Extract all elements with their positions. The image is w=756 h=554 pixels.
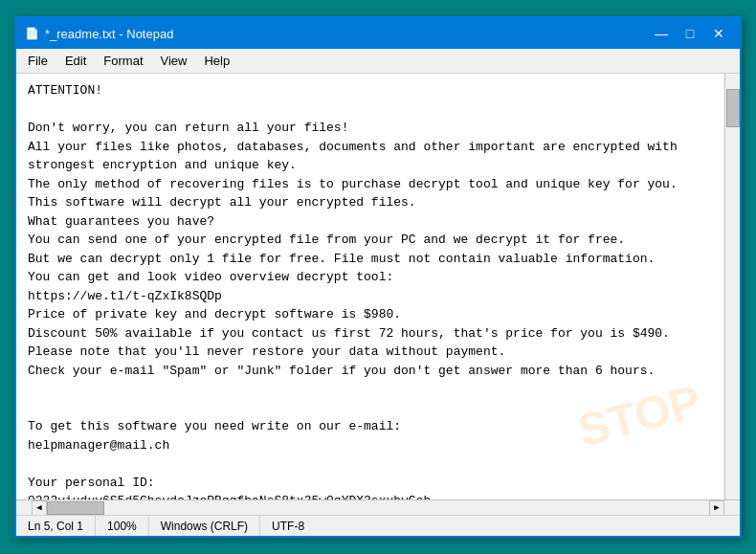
menu-format[interactable]: Format bbox=[96, 51, 150, 71]
h-scroll-track[interactable] bbox=[47, 504, 709, 512]
vertical-scrollbar[interactable] bbox=[724, 74, 740, 499]
horizontal-scrollbar[interactable]: ◀ ▶ bbox=[16, 499, 740, 515]
minimize-button[interactable]: — bbox=[648, 23, 675, 44]
content-area: ATTENTION! Don't worry, you can return a… bbox=[16, 74, 740, 499]
text-editor[interactable]: ATTENTION! Don't worry, you can return a… bbox=[16, 74, 740, 499]
close-button[interactable]: ✕ bbox=[705, 23, 732, 44]
menu-file[interactable]: File bbox=[20, 51, 56, 71]
title-bar: 📄 *_readme.txt - Notepad — □ ✕ bbox=[16, 18, 740, 49]
status-line-col: Ln 5, Col 1 bbox=[16, 516, 96, 536]
notepad-window: 📄 *_readme.txt - Notepad — □ ✕ File Edit… bbox=[14, 16, 742, 538]
status-zoom: 100% bbox=[96, 516, 149, 536]
status-bar: Ln 5, Col 1 100% Windows (CRLF) UTF-8 bbox=[16, 515, 740, 536]
maximize-button[interactable]: □ bbox=[677, 23, 703, 44]
scroll-left-button[interactable]: ◀ bbox=[32, 500, 47, 516]
window-title: *_readme.txt - Notepad bbox=[45, 27, 648, 41]
scroll-right-button[interactable]: ▶ bbox=[709, 500, 724, 516]
menu-edit[interactable]: Edit bbox=[57, 51, 94, 71]
app-icon: 📄 bbox=[24, 26, 39, 41]
status-line-ending: Windows (CRLF) bbox=[149, 516, 260, 536]
menu-view[interactable]: View bbox=[153, 51, 195, 71]
status-encoding: UTF-8 bbox=[260, 516, 316, 536]
scroll-thumb[interactable] bbox=[726, 89, 740, 127]
window-controls: — □ ✕ bbox=[648, 23, 732, 44]
menu-help[interactable]: Help bbox=[196, 51, 237, 71]
h-scroll-thumb[interactable] bbox=[47, 501, 104, 515]
menu-bar: File Edit Format View Help bbox=[16, 49, 740, 74]
